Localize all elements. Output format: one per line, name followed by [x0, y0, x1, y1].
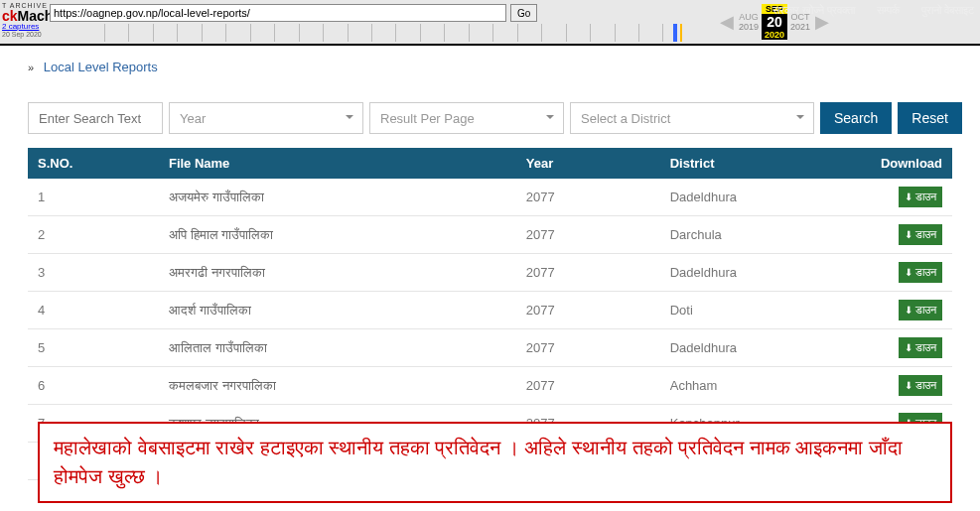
breadcrumb-chevron-icon: » — [28, 62, 34, 73]
search-input[interactable] — [28, 102, 163, 134]
breadcrumb: » Local Level Reports — [0, 46, 980, 82]
cell-file: अमरगढी नगरपालिका — [159, 254, 516, 292]
download-icon: ⬇ — [905, 305, 912, 316]
cell-sno: 2 — [28, 216, 159, 254]
cell-sno: 1 — [28, 179, 159, 216]
cell-year: 2077 — [516, 179, 660, 216]
cell-download: ⬇ डाउन — [871, 367, 952, 405]
download-icon: ⬇ — [905, 342, 912, 353]
header-nav-links: सरकार खोज्ने प्रवक्ता सम्पर्क पुरानो वेब… — [772, 4, 974, 17]
cal-prev[interactable]: AUG 2019 — [736, 12, 762, 32]
download-button[interactable]: ⬇ डाउन — [899, 337, 942, 358]
district-select[interactable]: Select a District — [570, 102, 814, 134]
search-button[interactable]: Search — [820, 102, 892, 134]
wayback-logo: T ARCHIVE ckMachine 2 captures 20 Sep 20… — [0, 0, 50, 44]
cell-download: ⬇ डाउन — [871, 292, 952, 329]
cell-district: Dadeldhura — [660, 329, 871, 367]
cell-year: 2077 — [516, 329, 660, 367]
cell-year: 2077 — [516, 216, 660, 254]
cell-download: ⬇ डाउन — [871, 254, 952, 292]
col-district: District — [660, 148, 871, 179]
cell-download: ⬇ डाउन — [871, 179, 952, 216]
year-select[interactable]: Year — [169, 102, 363, 134]
cell-download: ⬇ डाउन — [871, 329, 952, 367]
col-year: Year — [516, 148, 660, 179]
download-icon: ⬇ — [905, 267, 912, 278]
cell-sno: 6 — [28, 367, 159, 405]
table-row: 5आलिताल गाउँपालिका2077Dadeldhura⬇ डाउन — [28, 329, 952, 367]
download-button[interactable]: ⬇ डाउन — [899, 375, 942, 396]
cell-download: ⬇ डाउन — [871, 216, 952, 254]
breadcrumb-link[interactable]: Local Level Reports — [44, 60, 158, 74]
wayback-timeline[interactable] — [104, 24, 687, 42]
wayback-url-row: Go — [50, 0, 537, 22]
filter-bar: Year Result Per Page Select a District S… — [0, 82, 980, 148]
cell-file: आलिताल गाउँपालिका — [159, 329, 516, 367]
table-row: 6कमलबजार नगरपालिका2077Achham⬇ डाउन — [28, 367, 952, 405]
cell-file: अपि हिमाल गाउँपालिका — [159, 216, 516, 254]
wayback-url-input[interactable] — [50, 4, 506, 22]
prev-snapshot-arrow-icon[interactable]: ◀ — [718, 11, 736, 33]
result-per-page-select[interactable]: Result Per Page — [369, 102, 564, 134]
captures-link[interactable]: 2 captures — [2, 23, 48, 31]
cell-district: Dadeldhura — [660, 179, 871, 216]
cell-district: Achham — [660, 367, 871, 405]
cell-year: 2077 — [516, 254, 660, 292]
col-download: Download — [871, 148, 952, 179]
reset-button[interactable]: Reset — [898, 102, 962, 134]
download-button[interactable]: ⬇ डाउन — [899, 187, 942, 207]
download-icon: ⬇ — [905, 229, 912, 240]
cell-sno: 4 — [28, 292, 159, 329]
table-row: 1अजयमेरु गाउँपालिका2077Dadeldhura⬇ डाउन — [28, 179, 952, 216]
timeline-marker-cur-icon — [680, 24, 682, 42]
table-row: 3अमरगढी नगरपालिका2077Dadeldhura⬇ डाउन — [28, 254, 952, 292]
col-sno: S.NO. — [28, 148, 159, 179]
cell-year: 2077 — [516, 292, 660, 329]
annotation-box: महालेखाको वेबसाइटमा राखेर हटाइएका स्थानी… — [38, 422, 952, 503]
nav-link[interactable]: पुरानो वेबसाइट — [921, 4, 974, 17]
col-file: File Name — [159, 148, 516, 179]
table-row: 4आदर्श गाउँपालिका2077Doti⬇ डाउन — [28, 292, 952, 329]
cell-sno: 3 — [28, 254, 159, 292]
timeline-marker-icon — [673, 24, 677, 42]
cell-file: कमलबजार नगरपालिका — [159, 367, 516, 405]
download-button[interactable]: ⬇ डाउन — [899, 262, 942, 283]
annotation-text: महालेखाको वेबसाइटमा राखेर हटाइएका स्थानी… — [54, 434, 936, 491]
nav-link[interactable]: सम्पर्क — [877, 4, 900, 17]
wayback-go-button[interactable]: Go — [510, 4, 537, 22]
cell-file: अजयमेरु गाउँपालिका — [159, 179, 516, 216]
table-row: 2अपि हिमाल गाउँपालिका2077Darchula⬇ डाउन — [28, 216, 952, 254]
cell-sno: 5 — [28, 329, 159, 367]
wayback-logo-main: ckMachine — [2, 9, 48, 23]
cell-year: 2077 — [516, 367, 660, 405]
download-icon: ⬇ — [905, 380, 912, 391]
cell-district: Darchula — [660, 216, 871, 254]
download-button[interactable]: ⬇ डाउन — [899, 300, 942, 320]
wayback-toolbar: T ARCHIVE ckMachine 2 captures 20 Sep 20… — [0, 0, 980, 46]
captures-date: 20 Sep 2020 — [2, 31, 48, 38]
cell-district: Doti — [660, 292, 871, 329]
cell-district: Dadeldhura — [660, 254, 871, 292]
download-icon: ⬇ — [905, 192, 912, 202]
download-button[interactable]: ⬇ डाउन — [899, 224, 942, 245]
nav-link[interactable]: सरकार खोज्ने प्रवक्ता — [772, 4, 855, 17]
cell-file: आदर्श गाउँपालिका — [159, 292, 516, 329]
